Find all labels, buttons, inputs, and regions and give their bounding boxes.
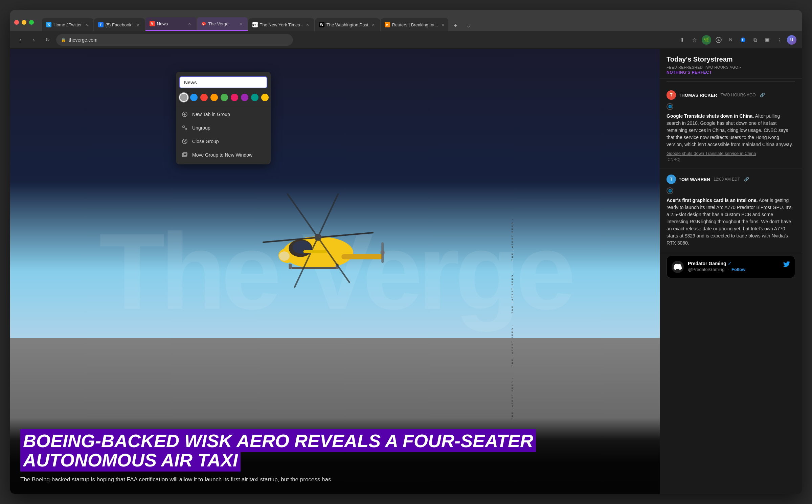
color-amber[interactable] [261, 94, 269, 101]
svg-point-4 [741, 38, 745, 42]
color-row [176, 92, 271, 105]
maximize-window-button[interactable] [29, 20, 34, 25]
back-button[interactable]: ‹ [16, 35, 25, 45]
hero-image: The Verge [10, 49, 660, 494]
svg-rect-14 [381, 242, 384, 263]
color-blue[interactable] [190, 94, 198, 101]
latest-feed-text-2: THE LATEST FEED / [511, 271, 518, 314]
content-area: ⚙ The Verge [10, 49, 802, 494]
author-name-2: TOM WARREN [679, 177, 710, 182]
color-grey[interactable] [180, 94, 187, 101]
story-bold-1: Google Translate shuts down in China. [667, 113, 754, 119]
group-name-wrap [176, 75, 271, 92]
extensions-button[interactable]: ⧉ [750, 35, 760, 45]
color-teal[interactable] [251, 94, 258, 101]
profile-button[interactable]: U [787, 35, 796, 45]
extension-icon-3[interactable]: N [726, 35, 736, 45]
menu-label-new-tab: New Tab in Group [192, 112, 230, 117]
color-orange[interactable] [210, 94, 218, 101]
tab-the-verge[interactable]: V The Verge ✕ [197, 17, 248, 30]
article-overlay: Boeing-backed Wisk Aero reveals a four-s… [10, 418, 660, 494]
extension-icon-2[interactable]: ⊕ [714, 35, 723, 45]
globe-icon-2: 🌐 [667, 187, 673, 194]
svg-rect-16 [289, 264, 292, 269]
forward-button[interactable]: › [29, 35, 39, 45]
color-purple[interactable] [241, 94, 248, 101]
bookmark-icon[interactable]: ☆ [690, 35, 699, 45]
storystream-header: Today's Storystream FEED REFRESHED TWO H… [660, 49, 802, 78]
tab-close-reuters[interactable]: ✕ [440, 22, 446, 27]
color-red[interactable] [200, 94, 208, 101]
tab-label-home-twitter: Home / Twitter [53, 22, 82, 27]
tab-favicon-wp: W [319, 22, 324, 27]
svg-rect-32 [182, 153, 186, 157]
story-time-1: TWO HOURS AGO [721, 93, 756, 97]
tab-label-reuters: Reuters | Breaking Int... [392, 22, 438, 27]
share-icon[interactable]: ⬆ [677, 35, 687, 45]
story-time-2: 12:08 AM EDT [714, 177, 740, 182]
tab-facebook[interactable]: f (5) Facebook ✕ [94, 18, 145, 31]
tab-favicon-news: V [150, 21, 155, 26]
extension-icon-1[interactable]: 🌿 [702, 35, 711, 45]
twitter-follow-button[interactable]: Follow [731, 267, 745, 272]
menu-item-close-group[interactable]: Close Group [176, 135, 271, 148]
new-tab-button[interactable]: + [450, 20, 461, 31]
story-link-1[interactable]: Google shuts down Translate service in C… [667, 151, 795, 156]
menu-item-new-tab[interactable]: New Tab in Group [176, 108, 271, 121]
tab-close-facebook[interactable]: ✕ [135, 22, 141, 27]
tab-close-news[interactable]: ✕ [187, 21, 192, 26]
svg-point-9 [279, 251, 290, 261]
story-source-1: [CNBC] [667, 157, 795, 162]
twitter-handle-row: @PredatorGaming · Follow [688, 266, 779, 272]
menu-item-move-group[interactable]: Move Group to New Window [176, 148, 271, 162]
twitter-card-logo [672, 261, 684, 273]
close-window-button[interactable] [14, 20, 19, 25]
storystream-title: Today's Storystream [667, 55, 795, 63]
tab-home-twitter[interactable]: 𝕏 Home / Twitter ✕ [42, 18, 93, 31]
tab-overflow-button[interactable]: ⌄ [463, 20, 474, 31]
latest-feed-labels: THE LATEST FEED / THE LATEST FEED / THE … [511, 143, 518, 494]
tab-favicon-nyt: NYT [252, 22, 258, 27]
story-item-1: T THOMAS RICKER TWO HOURS AGO 🔗 🌐 Google… [660, 84, 802, 168]
tab-nyt[interactable]: NYT The New York Times - ✕ [248, 18, 314, 31]
tab-reuters[interactable]: R Reuters | Breaking Int... ✕ [381, 18, 448, 31]
latest-feed-text-1: THE LATEST FEED / [511, 218, 518, 261]
more-menu-button[interactable]: ⋮ [775, 35, 784, 45]
tab-news[interactable]: V News ✕ [145, 17, 196, 30]
url-bar[interactable]: 🔒 theverge.com [56, 34, 293, 46]
tab-wp[interactable]: W The Washington Post ✕ [315, 18, 380, 31]
tab-close-wp[interactable]: ✕ [370, 22, 376, 27]
twitter-card-handle: @PredatorGaming [688, 267, 725, 272]
tab-close-the-verge[interactable]: ✕ [238, 21, 244, 26]
right-sidebar: Today's Storystream FEED REFRESHED TWO H… [660, 49, 802, 494]
svg-text:⊕: ⊕ [717, 39, 720, 42]
svg-rect-27 [183, 126, 184, 128]
svg-rect-15 [292, 267, 339, 269]
globe-icon-1: 🌐 [667, 103, 673, 110]
link-icon-1[interactable]: 🔗 [760, 93, 765, 97]
twitter-card[interactable]: Predator Gaming ✓ @PredatorGaming · Foll… [667, 256, 795, 278]
twitter-name-row: Predator Gaming ✓ [688, 261, 779, 266]
twitter-card-info: Predator Gaming ✓ @PredatorGaming · Foll… [688, 261, 779, 272]
tab-label-facebook: (5) Facebook [106, 22, 132, 27]
color-green[interactable] [221, 94, 228, 101]
color-pink[interactable] [231, 94, 238, 101]
article-headline: Boeing-backed Wisk Aero reveals a four-s… [20, 429, 536, 472]
minimize-window-button[interactable] [22, 20, 26, 25]
group-name-input[interactable] [179, 76, 267, 88]
sidebar-toggle[interactable]: ▣ [763, 35, 772, 45]
tab-label-the-verge: The Verge [208, 21, 229, 26]
twitter-card-name: Predator Gaming [688, 261, 726, 266]
menu-label-move-group: Move Group to New Window [192, 152, 252, 158]
story-item-2: T TOM WARREN 12:08 AM EDT 🔗 🌐 Acer's fir… [660, 168, 802, 253]
tab-close-nyt[interactable]: ✕ [305, 22, 310, 27]
menu-divider-1 [176, 106, 271, 106]
extension-icon-4[interactable]: f [738, 35, 748, 45]
menu-item-ungroup[interactable]: Ungroup [176, 121, 271, 135]
tab-close-home-twitter[interactable]: ✕ [84, 22, 89, 27]
story-meta-2: T TOM WARREN 12:08 AM EDT 🔗 [667, 175, 795, 184]
traffic-lights [14, 20, 34, 25]
link-icon-2[interactable]: 🔗 [744, 177, 749, 182]
reload-button[interactable]: ↻ [43, 35, 52, 45]
helicopter-svg [230, 193, 406, 288]
